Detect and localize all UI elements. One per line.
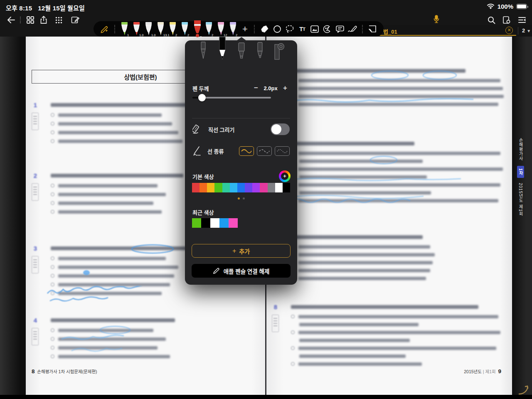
- svg-text:2: 2: [187, 33, 189, 37]
- recent-color-swatches: [192, 218, 238, 228]
- straight-line-label: 직선 그리기: [208, 126, 234, 133]
- ballpoint-icon[interactable]: [255, 42, 264, 64]
- color-swatch[interactable]: [252, 183, 260, 192]
- color-swatch[interactable]: [200, 183, 207, 192]
- scribble-edit-icon[interactable]: [99, 23, 111, 35]
- color-swatch[interactable]: [207, 183, 214, 192]
- color-swatch[interactable]: [214, 183, 222, 192]
- annotate-page-button[interactable]: [70, 15, 81, 25]
- pen-type-selector: [198, 37, 285, 64]
- side-tab-badge: 1차: [517, 166, 524, 178]
- svg-text:1: 1: [127, 33, 129, 37]
- line-type-dotted[interactable]: [275, 146, 290, 156]
- side-tab-subtitle: 2015년도 제1회: [517, 183, 524, 217]
- svg-text:2: 2: [212, 33, 213, 37]
- color-swatch[interactable]: [192, 183, 200, 192]
- signature-pen-icon[interactable]: [346, 23, 359, 35]
- pen-settings-popup: 펜 두께 − 2.0px + 직선 그리기 선 종류 기본 색상 +: [185, 40, 297, 285]
- clock: 오후 8:15: [6, 5, 32, 12]
- thickness-slider[interactable]: [192, 94, 271, 101]
- marker-icon[interactable]: [236, 42, 246, 64]
- pen-tool[interactable]: 1: [118, 21, 131, 37]
- chapter-side-tab[interactable]: 손해평가사 1차 2015년도 제1회: [514, 138, 524, 217]
- pencil-icon[interactable]: [217, 37, 228, 64]
- status-bar: 오후 8:1512월 15일 월요일 100%: [0, 0, 532, 13]
- image-tool-icon[interactable]: [308, 23, 321, 35]
- line-type-dashed[interactable]: [257, 146, 272, 156]
- color-swatch[interactable]: [260, 183, 267, 192]
- pen-thickness-label: 펜 두께: [192, 84, 209, 92]
- apple-pencil-disconnect-button[interactable]: 애플 펜슬 연결 해제: [192, 264, 291, 278]
- tab-close-icon[interactable]: ✕: [505, 27, 513, 34]
- tab-count-dropdown[interactable]: 2▼: [522, 27, 531, 34]
- add-pen-button[interactable]: +: [239, 24, 251, 34]
- pen-toolbar: 11.01.013.12222122 + TT: [94, 21, 384, 37]
- thickness-minus-button[interactable]: −: [251, 84, 261, 92]
- page-settings-icon[interactable]: [502, 15, 512, 25]
- recent-color-swatch[interactable]: [192, 218, 201, 228]
- color-swatch[interactable]: [275, 183, 283, 192]
- lasso-icon[interactable]: [283, 23, 296, 35]
- pen-tool[interactable]: 2: [191, 21, 203, 37]
- pen-tool[interactable]: 2: [167, 21, 179, 37]
- tape-icon[interactable]: [273, 41, 285, 64]
- pen-tool[interactable]: 12: [215, 21, 227, 37]
- search-icon[interactable]: [486, 15, 496, 25]
- color-swatch[interactable]: [237, 183, 245, 192]
- pen-tool[interactable]: 1.0: [143, 21, 155, 37]
- toolbar-divider: [254, 25, 255, 33]
- document-tab[interactable]: 법_01: [383, 27, 397, 35]
- thickness-plus-button[interactable]: +: [281, 84, 290, 92]
- color-swatch[interactable]: [245, 183, 252, 192]
- color-swatch[interactable]: [283, 183, 290, 192]
- recent-color-swatch[interactable]: [210, 218, 219, 228]
- popup-divider: [192, 118, 290, 118]
- page-flip-icon[interactable]: [366, 23, 379, 35]
- sticker-tool-icon[interactable]: [321, 23, 333, 35]
- page-curl-icon[interactable]: [518, 385, 529, 396]
- page-right[interactable]: 5678 2015년도 | 제1회 9: [266, 37, 512, 395]
- eraser-icon[interactable]: [258, 23, 271, 35]
- svg-text:2: 2: [236, 33, 237, 37]
- pen-tool[interactable]: 1.0: [131, 21, 143, 37]
- outline-list-icon[interactable]: [517, 15, 527, 25]
- fountain-pen-icon[interactable]: [198, 42, 208, 64]
- line-type-icon: [192, 145, 202, 156]
- pen-tool[interactable]: 13.1: [155, 21, 167, 37]
- shape-circle-icon[interactable]: [271, 23, 283, 35]
- pen-tool[interactable]: 2: [203, 21, 215, 37]
- add-color-button[interactable]: +추가: [192, 244, 291, 258]
- share-button[interactable]: [38, 15, 49, 25]
- text-tool-icon[interactable]: TT: [296, 23, 308, 35]
- battery-icon: [516, 4, 527, 9]
- color-wheel-button[interactable]: +: [279, 170, 291, 182]
- comment-tool-icon[interactable]: [333, 23, 346, 35]
- battery-percent: 100%: [498, 3, 513, 10]
- straight-line-toggle[interactable]: [271, 123, 290, 135]
- question-block: 5: [271, 69, 504, 108]
- line-type-solid[interactable]: [239, 146, 254, 156]
- apps-grid-button[interactable]: [53, 15, 64, 25]
- color-swatch[interactable]: [222, 183, 230, 192]
- nav-divider: [20, 17, 21, 23]
- toolbar-divider: [362, 25, 363, 33]
- color-swatch[interactable]: [230, 183, 237, 192]
- recent-color-swatch[interactable]: [219, 218, 229, 228]
- pages-grid-button[interactable]: [25, 15, 36, 25]
- recent-color-swatch[interactable]: [229, 218, 238, 228]
- pen-tool[interactable]: 2: [179, 21, 191, 37]
- pen-tool[interactable]: 2: [227, 21, 239, 37]
- basic-colors-label: 기본 색상: [192, 172, 214, 180]
- bottom-strip: [0, 395, 532, 399]
- microphone-icon[interactable]: [433, 15, 439, 23]
- back-button[interactable]: [6, 15, 17, 25]
- line-type-label: 선 종류: [207, 147, 224, 155]
- top-right-icons: [486, 15, 527, 25]
- color-swatch[interactable]: [268, 183, 275, 192]
- slider-thumb[interactable]: [198, 94, 206, 101]
- page-title: 상법(보험편): [124, 72, 157, 81]
- swatch-page-dots[interactable]: [185, 197, 297, 200]
- recent-color-swatch[interactable]: [201, 218, 210, 228]
- pencil-icon: [213, 267, 220, 274]
- toolbar-divider: [114, 25, 115, 33]
